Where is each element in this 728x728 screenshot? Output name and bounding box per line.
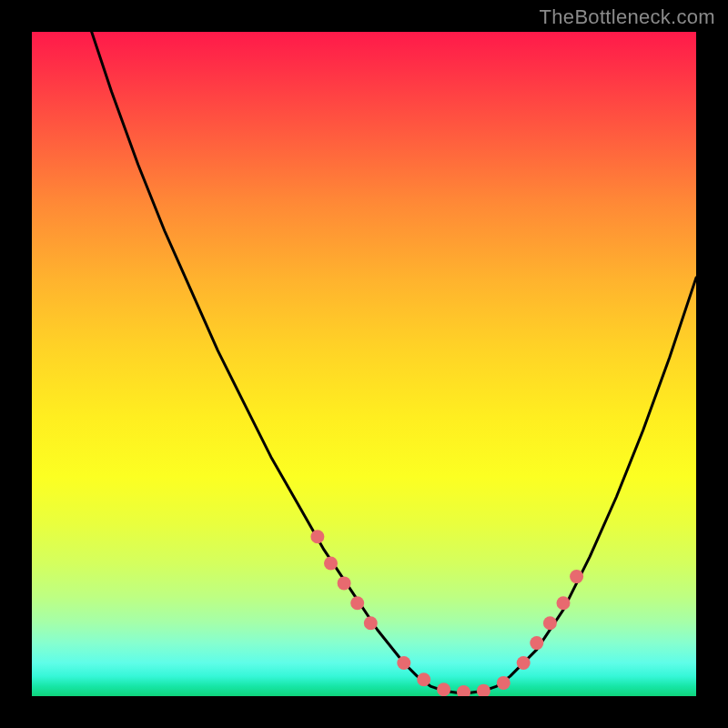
chart-frame: TheBottleneck.com xyxy=(0,0,728,728)
highlight-dot xyxy=(364,616,378,630)
highlight-dot xyxy=(557,596,571,610)
highlight-dot xyxy=(310,530,324,543)
highlight-dot xyxy=(417,672,430,686)
highlight-dot xyxy=(497,676,511,690)
highlight-dot xyxy=(457,685,470,696)
highlight-dot xyxy=(517,656,531,670)
curve-svg xyxy=(32,32,696,696)
highlight-dot xyxy=(324,557,338,571)
marker-group xyxy=(310,530,583,696)
highlight-dot xyxy=(570,570,583,583)
watermark-text: TheBottleneck.com xyxy=(540,5,715,29)
highlight-dot xyxy=(477,684,490,696)
plot-area xyxy=(32,32,696,696)
highlight-dot xyxy=(350,596,364,610)
highlight-dot xyxy=(338,576,351,590)
highlight-dot xyxy=(530,636,543,650)
curve-group xyxy=(32,32,696,693)
highlight-dot xyxy=(397,656,410,670)
bottleneck-curve xyxy=(32,32,696,693)
highlight-dot xyxy=(543,616,557,630)
highlight-dot xyxy=(437,682,450,696)
